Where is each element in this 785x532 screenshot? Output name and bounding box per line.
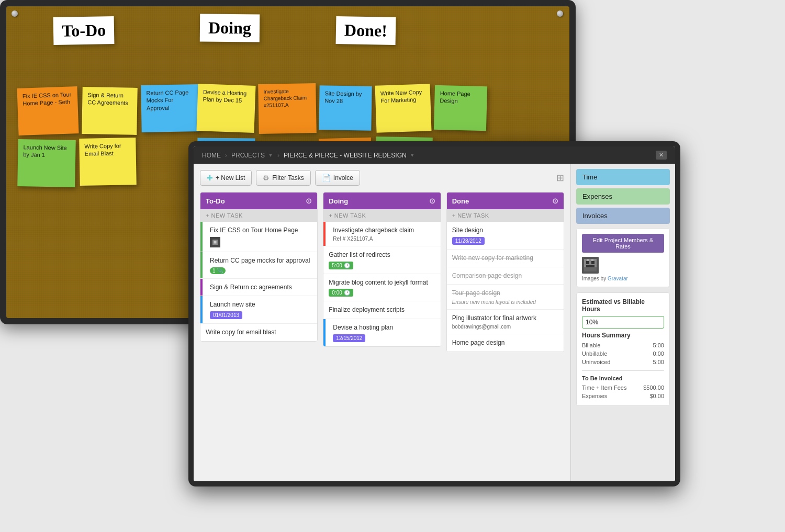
member-avatar-container — [582, 257, 664, 274]
task-title: Launch new site — [206, 300, 312, 309]
sticky-note: Launch New Site by Jan 1 — [17, 139, 76, 187]
task-date: 11/28/2012 — [452, 237, 485, 245]
new-task-doing-button[interactable]: + NEW TASK — [323, 209, 440, 222]
task-title: Finalize deployment scripts — [329, 305, 435, 314]
column-menu-icon-done[interactable]: ⊙ — [552, 197, 558, 205]
task-card: Migrate blog content to jekyll format 0:… — [323, 274, 440, 302]
hours-row-uninvoiced: Uninvoiced 5:00 — [582, 358, 664, 366]
task-date: 01/01/2013 — [210, 311, 242, 319]
expenses-button[interactable]: Expenses — [576, 188, 670, 205]
grid-view-icon[interactable]: ⊞ — [556, 172, 564, 184]
project-members-section: Edit Project Members & Rates — [576, 228, 670, 287]
breadcrumb-nav: HOME › PROJECTS ▼ › PIERCE & PIERCE - WE… — [194, 146, 675, 164]
task-card: Write copy for email blast — [200, 324, 317, 341]
task-title: Sign & Return cc agreements — [206, 283, 312, 292]
edit-members-button[interactable]: Edit Project Members & Rates — [582, 234, 664, 253]
gravatar-text: Images by Gravatar — [582, 276, 664, 281]
sticky-note: Investigate Chargeback Claim x251107.A — [258, 83, 317, 134]
nav-sep-2: › — [277, 152, 279, 159]
sticky-note: Home Page Design — [434, 85, 487, 131]
tbi-row-expenses: Expenses $0.00 — [582, 392, 664, 400]
close-button[interactable]: ✕ — [656, 151, 667, 160]
kanban-column-doing: Doing ⊙ + NEW TASK Investigate chargebac… — [323, 192, 441, 347]
hours-section: Estimated vs Billable Hours Hours Summar… — [576, 292, 670, 406]
gravatar-link[interactable]: Gravatar — [608, 276, 628, 281]
task-email: bobdrawings@gmail.com — [452, 324, 558, 330]
progress-input[interactable] — [582, 316, 664, 329]
column-header-done: Done ⊙ — [447, 193, 564, 209]
invoices-button[interactable]: Invoices — [576, 208, 670, 224]
kanban-board: To-Do ⊙ + NEW TASK Fix IE CSS on Tour Ho… — [200, 192, 564, 352]
task-card: Site design 11/28/2012 — [447, 222, 564, 250]
estimated-vs-billable-label: Estimated vs Billable Hours — [582, 298, 664, 313]
invoice-icon: 📄 — [322, 174, 331, 182]
task-title: Tour page design — [452, 289, 558, 298]
nav-sep-1: › — [225, 152, 227, 159]
column-header-doing: Doing ⊙ — [323, 193, 440, 209]
filter-tasks-button[interactable]: ⚙ Filter Tasks — [256, 170, 310, 186]
task-card: Tour page design Ensure new menu layout … — [447, 285, 564, 310]
task-title: Return CC page mocks for approval — [206, 256, 312, 265]
svg-rect-8 — [584, 267, 597, 271]
task-title: Home page design — [452, 338, 558, 347]
sticky-note: Site Design by Nov 28 — [319, 85, 372, 131]
task-title: Investigate chargeback claim — [329, 226, 435, 235]
invoice-button[interactable]: 📄 Invoice — [315, 170, 360, 186]
sticky-note: Devise a Hosting Plan by Dec 15 — [196, 84, 255, 133]
task-card: Fix IE CSS on Tour Home Page — [200, 222, 317, 252]
column-menu-icon-doing[interactable]: ⊙ — [429, 197, 435, 205]
task-title: Devise a hosting plan — [329, 323, 435, 332]
task-card: Launch new site 01/01/2013 — [200, 296, 317, 324]
app-inner: HOME › PROJECTS ▼ › PIERCE & PIERCE - WE… — [194, 146, 675, 481]
task-sub: Ensure new menu layout is included — [452, 299, 558, 305]
task-bar — [323, 222, 326, 246]
task-bar — [200, 296, 203, 323]
filter-icon: ⚙ — [263, 174, 270, 182]
hours-row-unbillable: Unbillable 0:00 — [582, 349, 664, 358]
to-be-invoiced-section: To Be Invoiced Time + Item Fees $500.00 … — [582, 370, 664, 400]
task-card: Gather list of redirects 5:00 🕐 — [323, 246, 440, 274]
column-title-done: Done — [452, 197, 469, 205]
hours-summary-title: Hours Summary — [582, 332, 664, 339]
nav-current-project: PIERCE & PIERCE - WEBSITE REDESIGN — [284, 152, 407, 159]
corkboard-header-doing: Doing — [200, 14, 260, 42]
sidebar: Time Expenses Invoices Edit Project Memb… — [570, 164, 675, 481]
svg-rect-5 — [586, 261, 589, 264]
time-button[interactable]: Time — [576, 169, 670, 185]
nav-home[interactable]: HOME — [202, 152, 221, 159]
svg-rect-10 — [591, 259, 593, 261]
sticky-note: Write New Copy For Marketing — [375, 84, 431, 133]
member-avatar — [582, 257, 599, 274]
to-be-invoiced-title: To Be Invoiced — [582, 375, 664, 381]
toolbar: ✚ + New List ⚙ Filter Tasks 📄 Invoice ⊞ — [200, 170, 564, 186]
column-title-doing: Doing — [329, 197, 348, 205]
new-task-todo-button[interactable]: + NEW TASK — [200, 209, 317, 222]
svg-rect-6 — [591, 261, 595, 264]
nav-arrow: ▼ — [268, 152, 273, 158]
column-header-todo: To-Do ⊙ — [200, 193, 317, 209]
app-window: HOME › PROJECTS ▼ › PIERCE & PIERCE - WE… — [188, 141, 680, 486]
task-title: Migrate blog content to jekyll format — [329, 278, 435, 287]
task-card: Sign & Return cc agreements — [200, 279, 317, 297]
task-count-badge: 1 📎 — [210, 267, 226, 274]
task-card: Return CC page mocks for approval 1 📎 — [200, 252, 317, 279]
svg-rect-9 — [587, 259, 589, 261]
new-task-done-button[interactable]: + NEW TASK — [447, 209, 564, 222]
task-title: Gather list of redirects — [329, 251, 435, 259]
svg-rect-7 — [586, 265, 595, 267]
pushpin — [557, 10, 563, 17]
new-list-button[interactable]: ✚ + New List — [200, 170, 252, 186]
nav-projects[interactable]: PROJECTS — [231, 152, 265, 159]
svg-rect-2 — [214, 241, 217, 243]
task-title: Comparison page design — [452, 271, 558, 280]
kanban-column-done: Done ⊙ + NEW TASK Site design 11/28/2012… — [446, 192, 564, 352]
task-card: Investigate chargeback claim Ref # X2511… — [323, 222, 440, 246]
task-time: 5:00 🕐 — [329, 262, 353, 269]
column-menu-icon-todo[interactable]: ⊙ — [306, 197, 312, 205]
app-content: ✚ + New List ⚙ Filter Tasks 📄 Invoice ⊞ — [194, 164, 675, 481]
task-avatar — [210, 237, 220, 247]
sticky-note: Write Copy for Email Blast — [79, 138, 137, 186]
task-bar — [200, 279, 203, 296]
task-title: Write copy for email blast — [206, 328, 312, 337]
task-card: Write new copy for marketing — [447, 250, 564, 267]
